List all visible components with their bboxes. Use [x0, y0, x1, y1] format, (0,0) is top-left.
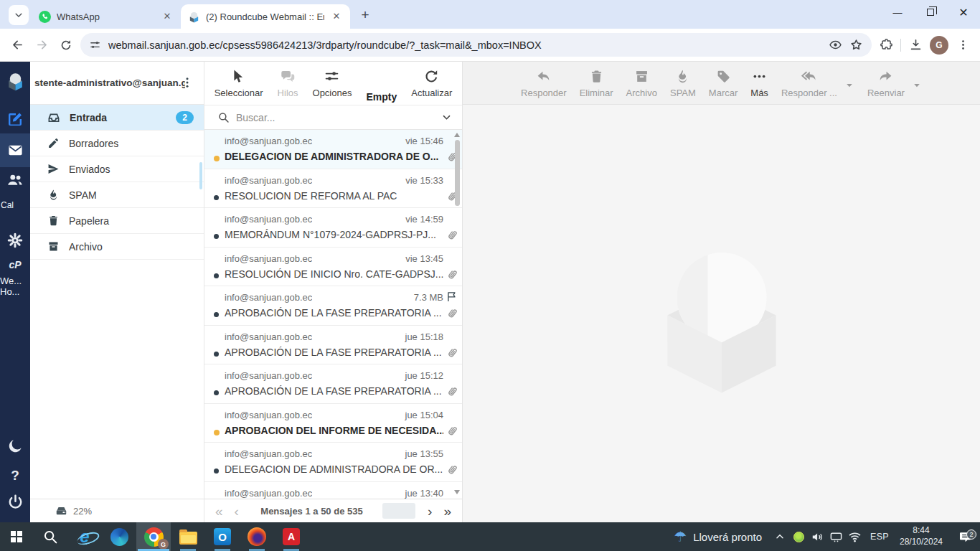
taskbar-ie[interactable]: e [67, 522, 102, 551]
roundcube-logo[interactable] [0, 71, 30, 91]
dark-mode-moon-icon[interactable] [0, 438, 30, 454]
outlook-icon: O [214, 528, 231, 545]
tray-chevron-up-icon[interactable] [771, 531, 789, 542]
restore-button[interactable] [914, 0, 947, 24]
sidebar-item-inbox[interactable]: Entrada 2 [30, 105, 204, 131]
close-tab-icon[interactable]: ✕ [161, 10, 174, 23]
last-page-button[interactable]: » [441, 504, 453, 518]
threads-button[interactable]: Hilos [278, 69, 298, 105]
help-icon[interactable]: ? [0, 468, 30, 484]
list-scrollbar[interactable] [453, 130, 461, 499]
account-menu-icon[interactable] [181, 76, 194, 89]
tab-search-button[interactable] [9, 5, 29, 25]
antivirus-tray-icon[interactable] [789, 532, 808, 542]
taskbar-explorer[interactable] [171, 522, 205, 551]
scroll-up-icon[interactable] [454, 133, 460, 137]
sidebar-item-archive[interactable]: Archivo [30, 234, 204, 260]
forward-button[interactable]: Reenviar [867, 69, 905, 104]
scroll-down-icon[interactable] [454, 490, 460, 494]
first-page-button[interactable]: « [213, 504, 225, 518]
new-tab-button[interactable]: + [356, 6, 374, 24]
list-item[interactable]: info@sanjuan.gob.ecvie 14:59 MEMORÁNDUM … [204, 208, 462, 248]
bookmark-star-icon[interactable] [849, 38, 863, 52]
sidebar-item-spam[interactable]: SPAM [30, 182, 204, 208]
url-text[interactable]: webmail.sanjuan.gob.ec/cpsess5986424213/… [108, 39, 821, 51]
logout-power-icon[interactable] [0, 494, 30, 510]
spam-button[interactable]: SPAM [670, 69, 696, 104]
list-item[interactable]: info@sanjuan.gob.ecjue 15:18 APROBACIÓN … [204, 326, 462, 365]
taskbar-search-button[interactable] [33, 522, 67, 551]
sidebar-item-trash[interactable]: Papelera [30, 208, 204, 234]
reload-button[interactable] [56, 35, 76, 55]
button-label: Archivo [626, 88, 657, 98]
taskbar-outlook[interactable]: O [205, 522, 240, 551]
list-item[interactable]: info@sanjuan.gob.ecjue 13:55 DELEGACION … [204, 443, 462, 482]
delete-button[interactable]: Eliminar [580, 69, 613, 104]
taskbar-firefox[interactable] [240, 522, 274, 551]
taskbar-clock[interactable]: 8:44 28/10/2024 [895, 525, 950, 547]
close-tab-icon[interactable]: ✕ [330, 10, 343, 23]
browser-menu-icon[interactable] [953, 35, 973, 55]
message-subject: DELEGACION DE ADMINISTRADORA DE O... [225, 151, 443, 162]
list-item[interactable]: info@sanjuan.gob.ecvie 13:45 RESOLUCIÓN … [204, 248, 462, 287]
profile-avatar[interactable]: G [930, 36, 948, 55]
options-button[interactable]: Opciones [313, 69, 352, 105]
button-label: Responder ... [781, 88, 837, 98]
preview-eye-icon[interactable] [829, 38, 842, 52]
language-indicator[interactable]: ESP [864, 532, 895, 542]
search-options-chevron-icon[interactable] [441, 112, 452, 123]
volume-icon[interactable] [808, 530, 826, 544]
calendar-label[interactable]: Cal [0, 200, 30, 210]
refresh-button[interactable]: Actualizar [411, 69, 452, 105]
button-label: Reenviar [867, 88, 905, 98]
list-item[interactable]: info@sanjuan.gob.ecjue 15:12 APROBACIÓN … [204, 364, 462, 404]
reply-all-button[interactable]: Responder ... [781, 69, 837, 104]
mail-nav-active[interactable] [0, 133, 30, 167]
search-input[interactable] [236, 112, 435, 123]
next-page-button[interactable]: › [425, 504, 434, 518]
list-item[interactable]: info@sanjuan.gob.ec7.3 MB APROBACIÓN DE … [204, 286, 462, 326]
compose-button[interactable] [0, 110, 30, 128]
webmail-home-label-2[interactable]: Ho... [0, 286, 30, 297]
forward-button[interactable] [32, 35, 52, 55]
sidebar-item-drafts[interactable]: Borradores [30, 131, 204, 156]
list-item[interactable]: info@sanjuan.gob.ecvie 15:33 RESOLUCION … [204, 169, 462, 209]
cpanel-logo[interactable]: cP [0, 259, 30, 270]
action-center-button[interactable]: 2 [950, 530, 980, 544]
list-item[interactable]: info@sanjuan.gob.ecjue 15:04 APROBACION … [204, 404, 462, 443]
tab-whatsapp[interactable]: WhatsApp ✕ [32, 4, 181, 29]
mark-button[interactable]: Marcar [709, 69, 738, 104]
scrollbar-thumb[interactable] [455, 140, 460, 206]
webmail-home-label-1[interactable]: We... [0, 276, 30, 286]
list-item[interactable]: info@sanjuan.gob.ecjue 13:40 [204, 482, 462, 499]
reply-button[interactable]: Responder [521, 69, 567, 104]
wifi-icon[interactable] [845, 530, 864, 544]
reply-all-caret-icon[interactable] [844, 80, 854, 90]
weather-widget[interactable]: ☂ Lloverá pronto [665, 529, 771, 544]
tab-roundcube[interactable]: (2) Roundcube Webmail :: Entra ✕ [181, 4, 350, 29]
minimize-button[interactable]: — [881, 0, 914, 24]
taskbar-edge[interactable] [102, 522, 136, 551]
address-bar[interactable]: webmail.sanjuan.gob.ec/cpsess5986424213/… [80, 33, 872, 57]
forward-caret-icon[interactable] [912, 80, 922, 90]
contacts-icon[interactable] [0, 171, 30, 189]
taskbar-chrome[interactable]: G [136, 522, 171, 551]
more-button[interactable]: Más [750, 69, 768, 104]
page-number-input[interactable] [382, 503, 415, 519]
archive-button[interactable]: Archivo [626, 69, 657, 104]
taskbar-acrobat[interactable]: A [274, 522, 308, 551]
sidebar-item-sent[interactable]: Enviados [30, 156, 204, 182]
close-window-button[interactable]: ✕ [947, 0, 980, 24]
extensions-icon[interactable] [876, 35, 896, 55]
select-button[interactable]: Seleccionar [215, 69, 263, 105]
folder-scrollbar-thumb[interactable] [199, 162, 202, 189]
cast-screen-icon[interactable] [826, 530, 845, 544]
back-button[interactable] [7, 35, 27, 55]
prev-page-button[interactable]: ‹ [232, 504, 241, 518]
list-item[interactable]: info@sanjuan.gob.ecvie 15:46 DELEGACION … [204, 130, 462, 169]
site-settings-icon[interactable] [89, 39, 101, 51]
start-button[interactable] [0, 522, 33, 551]
empty-button[interactable]: Empty [366, 69, 397, 105]
downloads-icon[interactable] [905, 35, 925, 55]
settings-gear-icon[interactable] [0, 232, 30, 249]
